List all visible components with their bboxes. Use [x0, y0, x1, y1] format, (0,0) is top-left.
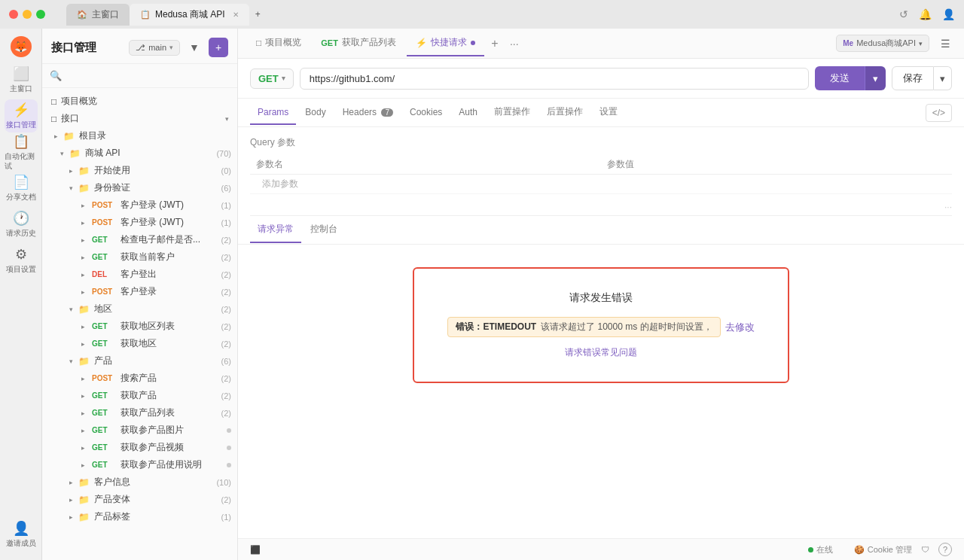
tab-quick-request[interactable]: ⚡ 快捷请求: [407, 30, 484, 56]
sidebar-item-get-product-images[interactable]: ▸ GET 获取参产品图片: [42, 422, 237, 439]
close-button[interactable]: [9, 10, 18, 19]
tab-pre-ops[interactable]: 前置操作: [487, 99, 538, 126]
filter-button[interactable]: ▼: [185, 38, 204, 57]
method-selector[interactable]: GET ▾: [250, 68, 294, 89]
get-product-images-label: 获取参产品图片: [120, 424, 224, 437]
sidebar-item-product-tags[interactable]: ▸ 📁 产品标签 (1): [42, 508, 237, 525]
save-button[interactable]: 保存: [892, 66, 934, 90]
product-variant-arrow-icon: ▸: [66, 496, 75, 504]
user-avatar-small[interactable]: 👤: [942, 8, 955, 20]
tab-body[interactable]: Body: [297, 101, 333, 125]
sidebar-item-get-product-list[interactable]: ▸ GET 获取产品列表 (2): [42, 404, 237, 422]
app-body: 🦊 ⬜ 主窗口 ⚡ 接口管理 📋 自动化测试 📄 分享文档 🕐 请求历史 ⚙ 项…: [0, 29, 964, 560]
sidebar-item-auth[interactable]: ▾ 📁 身份验证 (6): [42, 179, 237, 196]
tab-cookies[interactable]: Cookies: [402, 101, 450, 125]
tab-home[interactable]: 🏠 主窗口: [66, 4, 130, 26]
code-toggle-button[interactable]: </>: [926, 104, 952, 122]
sidebar-item-root[interactable]: ▸ 📁 根目录: [42, 127, 237, 145]
rail-item-home[interactable]: ⬜ 主窗口: [5, 63, 38, 96]
rail-item-auto[interactable]: 📋 自动化测试: [5, 135, 38, 169]
tab-headers[interactable]: Headers 7: [335, 101, 401, 125]
sidebar-item-overview[interactable]: □ 项目概览: [42, 93, 237, 110]
minimize-button[interactable]: [23, 10, 32, 19]
sidebar-item-get-region[interactable]: ▸ GET 获取地区 (2): [42, 335, 237, 352]
get-product-images-arrow-icon: ▸: [78, 427, 87, 434]
workspace-menu-button[interactable]: ☰: [935, 34, 955, 53]
search-product-count: (2): [221, 374, 231, 383]
sidebar-item-product-variant[interactable]: ▸ 📁 产品变体 (2): [42, 491, 237, 508]
rail-item-settings[interactable]: ⚙ 项目设置: [5, 244, 38, 277]
tab-close-icon[interactable]: ✕: [233, 11, 239, 19]
rail-item-api[interactable]: ⚡ 接口管理: [5, 99, 38, 132]
sidebar-item-get-current-customer[interactable]: ▸ GET 获取当前客户 (2): [42, 248, 237, 266]
response-tabs: 请求异常 控制台: [238, 216, 964, 245]
get-product-list-count: (2): [221, 409, 231, 418]
col-name-header: 参数名: [250, 155, 601, 175]
sidebar-item-start[interactable]: ▸ 📁 开始使用 (0): [42, 162, 237, 179]
product-count: (6): [221, 357, 231, 366]
tab-overview[interactable]: □ 项目概览: [247, 30, 310, 56]
new-tab-button[interactable]: +: [249, 5, 267, 24]
sidebar-item-del-logout[interactable]: ▸ DEL 客户登出 (2): [42, 266, 237, 283]
sidebar-item-get-region-list[interactable]: ▸ GET 获取地区列表 (2): [42, 318, 237, 335]
sidebar-item-get-product-manual[interactable]: ▸ GET 获取参产品使用说明: [42, 456, 237, 473]
faq-link[interactable]: 请求错误常见问题: [444, 346, 758, 359]
tab-auth[interactable]: Auth: [451, 101, 485, 125]
sidebar-item-search-product[interactable]: ▸ POST 搜索产品 (2): [42, 370, 237, 387]
fix-link[interactable]: 去修改: [725, 321, 755, 334]
tab-settings[interactable]: 设置: [592, 99, 625, 126]
app-logo: 🦊: [11, 36, 32, 57]
tab-post-ops[interactable]: 后置操作: [539, 99, 590, 126]
search-input[interactable]: [66, 71, 230, 81]
help-icon[interactable]: ?: [938, 543, 952, 556]
sidebar-item-interface[interactable]: □ 接口 ▾: [42, 110, 237, 127]
add-param-row[interactable]: 添加参数: [250, 175, 952, 194]
sidebar-item-product[interactable]: ▾ 📁 产品 (6): [42, 352, 237, 370]
refresh-icon[interactable]: ↺: [899, 8, 908, 20]
rail-item-history[interactable]: 🕐 请求历史: [5, 208, 38, 241]
workspace-button[interactable]: Me Medusa商城API ▾: [836, 35, 929, 52]
error-description-row: 错误：ETIMEDOUT 该请求超过了 10000 ms 的超时时间设置， 去修…: [444, 317, 758, 337]
sidebar-item-post-login2[interactable]: ▸ POST 客户登录 (JWT) (1): [42, 214, 237, 231]
send-dropdown-button[interactable]: ▾: [865, 66, 886, 90]
sidebar-item-region[interactable]: ▾ 📁 地区 (2): [42, 300, 237, 318]
current-customer-arrow-icon: ▸: [78, 254, 87, 261]
sidebar-item-get-product-videos[interactable]: ▸ GET 获取参产品视频: [42, 439, 237, 456]
cookie-manager[interactable]: 🍪 Cookie 管理: [854, 544, 912, 555]
tab-request-error[interactable]: 请求异常: [250, 217, 301, 243]
sidebar-item-post-login1[interactable]: ▸ POST 客户登录 (JWT) (1): [42, 196, 237, 214]
product-tags-count: (1): [221, 513, 231, 522]
tab-get-products[interactable]: GET 获取产品列表: [312, 30, 405, 56]
get-region-list-count: (2): [221, 322, 231, 331]
online-indicator: 在线: [808, 544, 833, 555]
more-tabs-button[interactable]: ···: [505, 35, 523, 53]
branch-selector[interactable]: ⎇ main ▾: [129, 40, 180, 56]
tab-params[interactable]: Params: [250, 101, 296, 125]
sidebar-toggle-button[interactable]: ⬛: [250, 545, 261, 555]
add-item-button[interactable]: +: [209, 38, 228, 57]
tab-console[interactable]: 控制台: [303, 217, 345, 243]
sidebar-item-shop-api[interactable]: ▾ 📁 商城 API (70): [42, 145, 237, 162]
sidebar-item-customer-info[interactable]: ▸ 📁 客户信息 (10): [42, 473, 237, 491]
rail-item-invite[interactable]: 👤 邀请成员: [5, 518, 38, 551]
sidebar-item-get-product[interactable]: ▸ GET 获取产品 (2): [42, 387, 237, 404]
tab-api[interactable]: 📋 Medusa 商城 API ✕: [130, 4, 249, 26]
maximize-button[interactable]: [36, 10, 45, 19]
start-count: (0): [221, 166, 231, 175]
region-folder-icon: 📁: [78, 304, 90, 315]
customer-info-label: 客户信息: [94, 476, 211, 488]
save-dropdown-button[interactable]: ▾: [934, 66, 952, 90]
product-videos-dot: [227, 446, 231, 450]
rail-item-docs[interactable]: 📄 分享文档: [5, 172, 38, 205]
bell-icon[interactable]: 🔔: [919, 8, 932, 20]
send-button[interactable]: 发送: [815, 66, 865, 90]
sidebar-item-get-check-email[interactable]: ▸ GET 检查电子邮件是否... (2): [42, 231, 237, 248]
search-product-arrow-icon: ▸: [78, 375, 87, 382]
url-input[interactable]: [300, 68, 809, 90]
start-label: 开始使用: [94, 164, 216, 177]
api-icon: 📋: [140, 10, 151, 20]
add-param-button[interactable]: 添加参数: [256, 174, 304, 193]
online-dot: [808, 547, 813, 552]
sidebar-item-post-login3[interactable]: ▸ POST 客户登录 (2): [42, 283, 237, 300]
add-tab-button[interactable]: +: [486, 35, 504, 53]
